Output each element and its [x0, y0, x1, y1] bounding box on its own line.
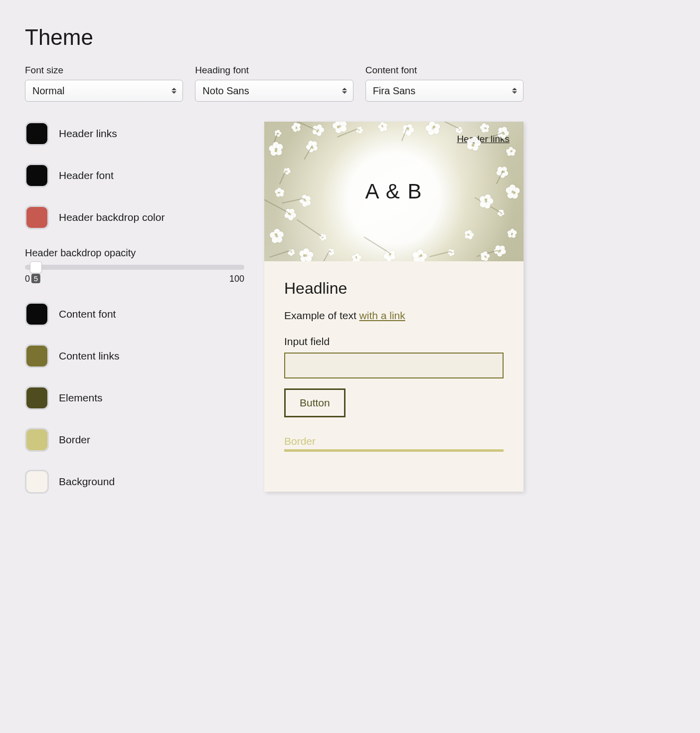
header-font-label: Header font	[59, 170, 114, 182]
preview-header: Header links A & B	[264, 122, 524, 261]
content-font-select[interactable]: Fira Sans	[365, 80, 524, 102]
opacity-slider[interactable]	[25, 265, 244, 270]
select-arrows-icon	[172, 88, 176, 94]
preview-text-prefix: Example of text	[284, 310, 359, 321]
content-font-color-label: Content font	[59, 308, 116, 320]
select-arrows-icon	[342, 88, 347, 94]
preview-input-label: Input field	[284, 336, 504, 348]
font-size-value: Normal	[32, 85, 64, 97]
font-row: Font size Normal Heading font Noto Sans …	[25, 65, 524, 102]
opacity-max: 100	[229, 274, 244, 284]
content-font-label: Content font	[365, 65, 524, 76]
content-links-swatch[interactable]	[25, 344, 49, 368]
font-size-select[interactable]: Normal	[25, 80, 183, 102]
border-swatch[interactable]	[25, 428, 49, 452]
preview-border-label: Border	[284, 435, 504, 447]
opacity-value-badge: 5	[31, 274, 40, 283]
preview-input[interactable]	[284, 353, 504, 378]
heading-font-value: Noto Sans	[202, 85, 249, 97]
preview-link[interactable]: with a link	[359, 310, 405, 321]
header-links-label: Header links	[59, 128, 117, 140]
opacity-label: Header backdrop opacity	[25, 247, 244, 259]
preview-text: Example of text with a link	[284, 310, 504, 322]
preview-headline: Headline	[284, 279, 504, 298]
header-backdrop-swatch[interactable]	[25, 205, 49, 229]
slider-thumb[interactable]	[30, 261, 42, 273]
content-font-swatch[interactable]	[25, 302, 49, 326]
background-swatch[interactable]	[25, 470, 49, 494]
background-label: Background	[59, 476, 115, 488]
elements-label: Elements	[59, 392, 103, 404]
border-label: Border	[59, 434, 90, 446]
preview-border-line	[284, 449, 504, 452]
content-links-label: Content links	[59, 350, 119, 362]
content-font-value: Fira Sans	[373, 85, 416, 97]
header-font-swatch[interactable]	[25, 164, 49, 187]
font-size-label: Font size	[25, 65, 183, 76]
header-backdrop-label: Header backdrop color	[59, 211, 165, 223]
page-title: Theme	[25, 25, 524, 50]
preview-title: A & B	[365, 180, 422, 203]
opacity-min: 0	[25, 274, 30, 284]
elements-swatch[interactable]	[25, 386, 49, 410]
select-arrows-icon	[512, 88, 517, 94]
preview-card: Header links A & B Headline Example of t…	[264, 122, 524, 492]
color-controls: Header links Header font Header backdrop…	[25, 122, 244, 512]
header-links-swatch[interactable]	[25, 122, 49, 146]
heading-font-label: Heading font	[195, 65, 353, 76]
heading-font-select[interactable]: Noto Sans	[195, 80, 353, 102]
preview-button[interactable]: Button	[284, 388, 346, 417]
